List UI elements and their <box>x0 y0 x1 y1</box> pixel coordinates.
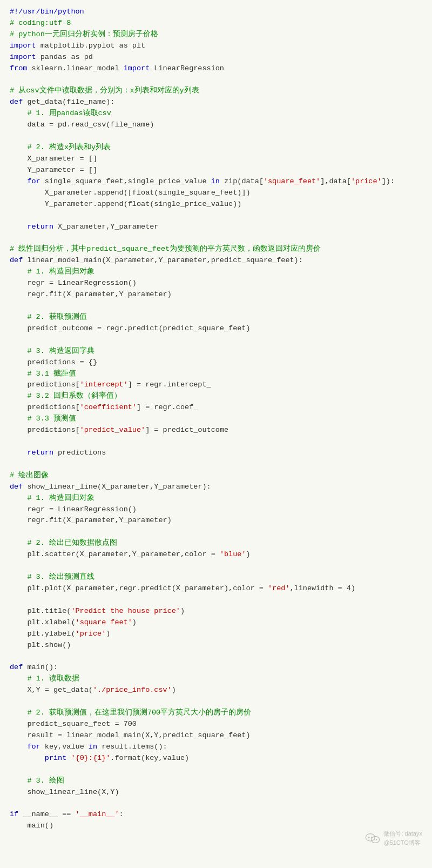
code-line: Y_parameter.append(float(single_price_va… <box>10 199 422 210</box>
code-line: # 线性回归分析，其中predict_square_feet为要预测的平方英尺数… <box>10 244 422 255</box>
code-line <box>10 651 422 663</box>
code-line: def get_data(file_name): <box>10 97 422 108</box>
code-line: # 1. 构造回归对象 <box>10 493 422 504</box>
code-line: plt.plot(X_parameter,regr.predict(X_para… <box>10 583 422 595</box>
code-line: # 从csv文件中读取数据，分别为：x列表和对应的y列表 <box>10 85 422 97</box>
code-line: def main(): <box>10 662 422 673</box>
watermark-text2: @51CTO博客 <box>383 838 422 847</box>
code-line: # 2. 获取预测值 <box>10 312 422 323</box>
code-line: # python一元回归分析实例：预测房子价格 <box>10 29 422 41</box>
code-line: # 1. 用pandas读取csv <box>10 108 422 119</box>
svg-point-1 <box>368 837 370 838</box>
code-line <box>10 526 422 538</box>
watermark-text1: 微信号: datayx <box>383 829 422 838</box>
code-line: plt.scatter(X_parameter,Y_parameter,colo… <box>10 549 422 560</box>
code-line: predictions['intercept'] = regr.intercep… <box>10 379 422 391</box>
code-line: regr = LinearRegression() <box>10 278 422 289</box>
code-line: # 2. 构造x列表和y列表 <box>10 142 422 153</box>
code-line: for single_square_feet,single_price_valu… <box>10 176 422 188</box>
svg-point-0 <box>366 833 375 841</box>
svg-point-4 <box>374 839 375 840</box>
code-line: # 3. 构造返回字典 <box>10 346 422 357</box>
code-line: regr = LinearRegression() <box>10 504 422 516</box>
code-line: # 2. 获取预测值，在这里我们预测700平方英尺大小的房子的房价 <box>10 707 422 719</box>
code-line <box>10 210 422 222</box>
code-line <box>10 436 422 448</box>
code-line <box>10 301 422 312</box>
code-line: print '{0}:{1}'.format(key,value) <box>10 753 422 764</box>
code-line: plt.xlabel('square feet') <box>10 617 422 629</box>
code-line: # 3.2 回归系数（斜率值） <box>10 391 422 402</box>
code-line: # coding:utf-8 <box>10 18 422 29</box>
code-line <box>10 232 422 244</box>
code-line: # 3.3 预测值 <box>10 413 422 425</box>
code-line: predict_square_feet = 700 <box>10 719 422 730</box>
code-line: # 3.1 截距值 <box>10 369 422 380</box>
code-line: if __name__ == '__main__': <box>10 809 422 820</box>
code-line: # 1. 构造回归对象 <box>10 266 422 278</box>
code-line: predictions = {} <box>10 357 422 369</box>
code-line: def linear_model_main(X_parameter,Y_para… <box>10 255 422 266</box>
code-line: return X_parameter,Y_parameter <box>10 222 422 233</box>
code-line: main() <box>10 820 422 832</box>
svg-point-5 <box>376 839 377 840</box>
code-line: # 3. 绘出预测直线 <box>10 572 422 583</box>
code-line: show_linear_line(X,Y) <box>10 787 422 798</box>
code-block: #!/usr/bin/python# coding:utf-8# python一… <box>0 6 432 832</box>
code-line: # 2. 绘出已知数据散点图 <box>10 538 422 549</box>
code-line: # 3. 绘图 <box>10 776 422 787</box>
code-line: import matplotlib.pyplot as plt <box>10 41 422 52</box>
code-line: import pandas as pd <box>10 52 422 63</box>
code-container: #!/usr/bin/python# coding:utf-8# python一… <box>0 0 432 868</box>
code-line: def show_linear_line(X_parameter,Y_param… <box>10 482 422 493</box>
code-line: plt.title('Predict the house price') <box>10 606 422 617</box>
watermark: 微信号: datayx @51CTO博客 <box>365 829 422 847</box>
code-line: predictions['coefficient'] = regr.coef_ <box>10 402 422 413</box>
code-line <box>10 764 422 776</box>
code-line <box>10 696 422 707</box>
code-line <box>10 459 422 470</box>
code-line: #!/usr/bin/python <box>10 6 422 18</box>
code-line <box>10 75 422 86</box>
weixin-logo <box>365 832 380 844</box>
code-line: X,Y = get_data('./price_info.csv') <box>10 685 422 696</box>
code-line: regr.fit(X_parameter,Y_parameter) <box>10 289 422 301</box>
code-line: predictions['predict_value'] = predict_o… <box>10 425 422 436</box>
code-line: predict_outcome = regr.predict(predict_s… <box>10 323 422 335</box>
code-line: for key,value in result.items(): <box>10 742 422 753</box>
code-line <box>10 335 422 346</box>
code-line: # 1. 读取数据 <box>10 673 422 685</box>
code-line <box>10 798 422 810</box>
code-line: regr.fit(X_parameter,Y_parameter) <box>10 515 422 526</box>
code-line: from sklearn.linear_model import LinearR… <box>10 63 422 75</box>
code-line: X_parameter = [] <box>10 153 422 165</box>
code-line: return predictions <box>10 448 422 459</box>
code-line <box>10 595 422 606</box>
code-line: X_parameter.append([float(single_square_… <box>10 188 422 199</box>
code-line <box>10 560 422 572</box>
code-line: plt.ylabel('price') <box>10 629 422 640</box>
code-line: data = pd.read_csv(file_name) <box>10 119 422 131</box>
svg-point-3 <box>372 837 380 843</box>
code-line: result = linear_model_main(X,Y,predict_s… <box>10 730 422 742</box>
code-line: Y_parameter = [] <box>10 165 422 176</box>
code-line <box>10 131 422 142</box>
code-line: # 绘出图像 <box>10 470 422 482</box>
code-line: plt.show() <box>10 640 422 651</box>
